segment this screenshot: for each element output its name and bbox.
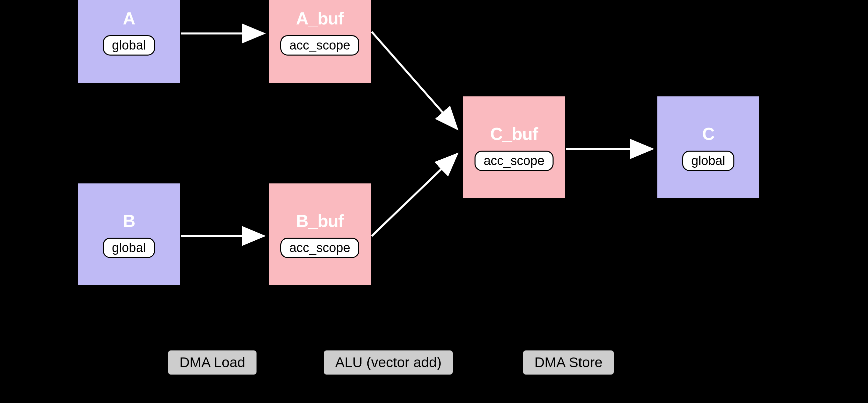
arrow-abuf-to-cbuf — [372, 30, 465, 137]
stage-dma-load: DMA Load — [167, 350, 257, 375]
buffer-b-box: B global — [77, 182, 181, 286]
arrow-a-to-abuf — [181, 25, 271, 42]
buffer-c-buf-name: C_buf — [490, 124, 538, 144]
stage-alu: ALU (vector add) — [323, 350, 454, 375]
buffer-a-buf-scope: acc_scope — [280, 35, 359, 56]
buffer-a-buf-box: A_buf acc_scope — [268, 0, 372, 84]
buffer-c-scope: global — [682, 150, 734, 171]
buffer-b-buf-box: B_buf acc_scope — [268, 182, 372, 286]
stage-dma-store: DMA Store — [522, 350, 615, 375]
svg-line-2 — [372, 32, 457, 129]
svg-line-3 — [372, 154, 457, 236]
arrow-cbuf-to-c — [566, 141, 660, 157]
buffer-a-scope: global — [103, 35, 155, 56]
buffer-a-box: A global — [77, 0, 181, 84]
buffer-b-buf-scope: acc_scope — [280, 238, 359, 258]
buffer-c-name: C — [702, 124, 715, 144]
buffer-c-buf-scope: acc_scope — [474, 150, 554, 171]
buffer-b-scope: global — [103, 238, 155, 258]
buffer-c-buf-box: C_buf acc_scope — [462, 95, 566, 199]
buffer-b-name: B — [123, 211, 135, 231]
arrow-b-to-bbuf — [181, 228, 271, 244]
buffer-a-buf-name: A_buf — [296, 8, 344, 29]
buffer-a-name: A — [123, 8, 135, 29]
arrow-bbuf-to-cbuf — [372, 134, 465, 241]
buffer-c-box: C global — [656, 95, 760, 199]
buffer-b-buf-name: B_buf — [296, 211, 344, 231]
